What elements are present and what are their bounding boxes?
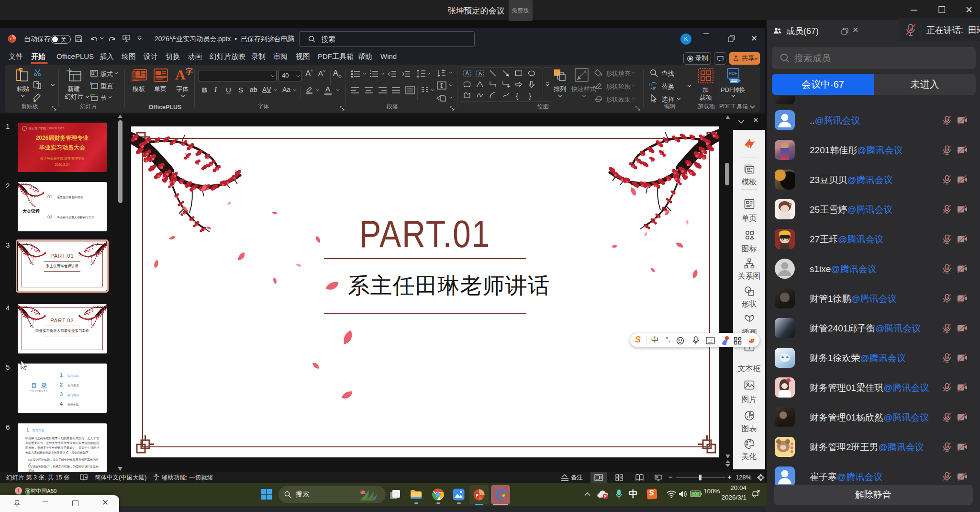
svg-text:b: b xyxy=(649,82,652,87)
svg-text:P: P xyxy=(476,493,479,498)
svg-text:A: A xyxy=(478,70,482,76)
svg-text:A: A xyxy=(466,71,469,76)
svg-text:PDF: PDF xyxy=(729,71,738,76)
svg-text:P: P xyxy=(10,37,12,41)
